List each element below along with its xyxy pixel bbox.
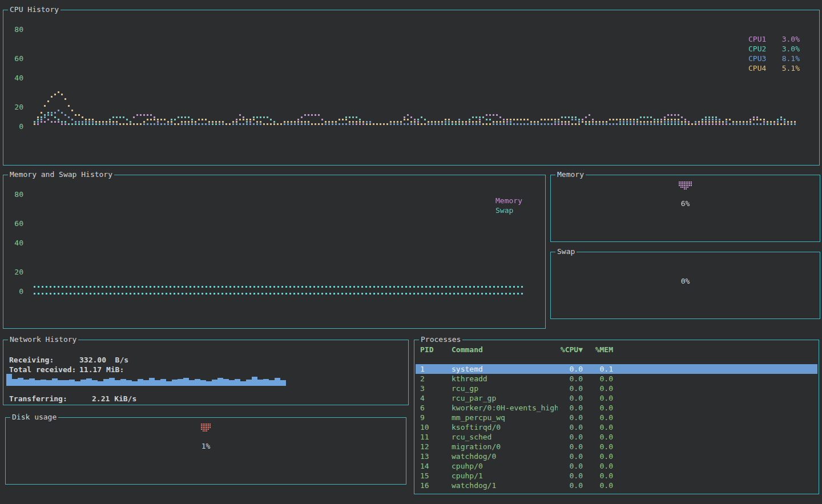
cpu2-legend-label: CPU2 <box>748 44 766 54</box>
process-pid: 2 <box>420 374 452 384</box>
process-mem-percent: 0.0 <box>583 393 613 403</box>
cpu-column-header[interactable]: %CPU▼ <box>558 345 583 354</box>
process-cpu-percent: 0.0 <box>558 384 583 393</box>
process-cpu-percent: 0.0 <box>558 442 583 451</box>
process-row[interactable]: 11rcu_sched0.00.0 <box>416 432 817 442</box>
process-cpu-percent: 0.0 <box>558 461 583 471</box>
cpu4-legend-label: CPU4 <box>748 63 766 73</box>
command-column-header[interactable]: Command <box>452 345 558 354</box>
memswap-ytick-80: 80 <box>6 190 23 199</box>
disk-gauge-value: 1% <box>6 442 406 451</box>
process-mem-percent: 0.0 <box>583 374 613 384</box>
cpu-history-title: CPU History <box>8 5 61 14</box>
process-pid: 9 <box>420 413 452 422</box>
process-mem-percent: 0.0 <box>583 432 613 442</box>
process-cpu-percent: 0.0 <box>558 374 583 384</box>
swap-gauge-title: Swap <box>555 247 577 256</box>
process-mem-percent: 0.0 <box>583 451 613 461</box>
process-mem-percent: 0.0 <box>583 461 613 471</box>
process-row[interactable]: 12migration/00.00.0 <box>416 442 817 451</box>
memory-gauge-value: 6% <box>551 199 820 208</box>
receiving-value: 332.00 B/s <box>79 355 128 365</box>
process-pid: 13 <box>420 451 452 461</box>
cpu3-legend-value: 8.1% <box>782 54 800 63</box>
process-mem-percent: 0.0 <box>583 403 613 413</box>
process-row[interactable]: 10ksoftirqd/00.00.0 <box>416 422 817 432</box>
memory-swap-history-title: Memory and Swap History <box>8 170 114 179</box>
process-command: mm_percpu_wq <box>452 413 558 422</box>
cpu3-legend-label: CPU3 <box>748 54 766 63</box>
processes-panel: Processes PID Command %CPU▼ %MEM 1system… <box>414 340 819 494</box>
process-row[interactable]: 16watchdog/10.00.0 <box>416 481 817 490</box>
network-history-title: Network History <box>8 335 78 344</box>
process-cpu-percent: 0.0 <box>558 413 583 422</box>
process-pid: 1 <box>420 364 452 374</box>
cpu4-legend-value: 5.1% <box>782 63 800 73</box>
cpu-ytick-0: 0 <box>6 122 23 131</box>
memory-gauge-dots <box>679 182 692 190</box>
transferring-value: 2.21 KiB/s <box>92 394 136 404</box>
cpu-ytick-20: 20 <box>6 103 23 112</box>
cpu1-legend-value: 3.0% <box>782 34 800 44</box>
memswap-ytick-60: 60 <box>6 219 23 228</box>
memory-swap-legend: Memory Swap <box>495 196 522 215</box>
process-command: rcu_sched <box>452 432 558 442</box>
network-receiving-row: Receiving: 332.00 B/s <box>9 355 128 365</box>
process-command: migration/0 <box>452 442 558 451</box>
cpu-ytick-60: 60 <box>6 54 23 63</box>
process-pid: 15 <box>420 471 452 481</box>
process-cpu-percent: 0.0 <box>558 364 583 374</box>
receiving-label: Receiving: <box>9 355 79 365</box>
memswap-ytick-20: 20 <box>6 268 23 277</box>
memory-gauge-title: Memory <box>555 170 586 179</box>
process-mem-percent: 0.0 <box>583 384 613 393</box>
process-pid: 14 <box>420 461 452 471</box>
swap-gauge-value: 0% <box>551 277 820 286</box>
process-cpu-percent: 0.0 <box>558 451 583 461</box>
process-row[interactable]: 13watchdog/00.00.0 <box>416 451 817 461</box>
process-row[interactable]: 3rcu_gp0.00.0 <box>416 384 817 393</box>
process-command: rcu_gp <box>452 384 558 393</box>
cpu3-legend-row: CPU3 8.1% <box>748 54 800 63</box>
cpu-history-panel: CPU History 80 60 40 20 0 CPU1 3.0% CPU2… <box>3 10 820 166</box>
memory-swap-history-panel: Memory and Swap History 80 60 40 20 0 Me… <box>3 175 546 329</box>
cpu2-legend-row: CPU2 3.0% <box>748 44 800 54</box>
mem-column-header[interactable]: %MEM <box>583 345 613 354</box>
process-mem-percent: 0.0 <box>583 442 613 451</box>
process-row[interactable]: 2kthreadd0.00.0 <box>416 374 817 384</box>
swap-gauge-panel: Swap 0% <box>550 252 820 319</box>
memory-gauge-panel: Memory 6% <box>550 175 820 242</box>
process-row[interactable]: 6kworker/0:0H-events_high0.00.0 <box>416 403 817 413</box>
process-row[interactable]: 14cpuhp/00.00.0 <box>416 461 817 471</box>
process-row[interactable]: 15cpuhp/10.00.0 <box>416 471 817 481</box>
process-mem-percent: 0.0 <box>583 422 613 432</box>
memswap-ytick-40: 40 <box>6 239 23 248</box>
process-cpu-percent: 0.0 <box>558 393 583 403</box>
process-pid: 16 <box>420 481 452 490</box>
process-command: systemd <box>452 364 558 374</box>
process-cpu-percent: 0.0 <box>558 481 583 490</box>
network-transferring-row: Transferring: 2.21 KiB/s <box>9 394 136 404</box>
pid-column-header[interactable]: PID <box>420 345 452 354</box>
process-pid: 12 <box>420 442 452 451</box>
cpu1-legend-row: CPU1 3.0% <box>748 34 800 44</box>
process-row[interactable]: 4rcu_par_gp0.00.0 <box>416 393 817 403</box>
process-row[interactable]: 1systemd0.00.1 <box>416 364 817 374</box>
process-pid: 11 <box>420 432 452 442</box>
cpu-ytick-80: 80 <box>6 25 23 34</box>
network-received-sparkline <box>6 372 289 386</box>
process-command: watchdog/1 <box>452 481 558 490</box>
cpu4-legend-row: CPU4 5.1% <box>748 63 800 73</box>
process-row[interactable]: 9mm_percpu_wq0.00.0 <box>416 413 817 422</box>
transferring-label: Transferring: <box>9 394 92 404</box>
process-command: watchdog/0 <box>452 451 558 461</box>
disk-usage-panel: Disk usage 1% <box>5 417 406 485</box>
process-command: kworker/0:0H-events_high <box>452 403 558 413</box>
network-history-panel: Network History Receiving: 332.00 B/s To… <box>3 340 409 405</box>
processes-title: Processes <box>419 335 462 344</box>
process-mem-percent: 0.0 <box>583 413 613 422</box>
memory-legend-label: Memory <box>495 196 522 205</box>
process-pid: 4 <box>420 393 452 403</box>
process-command: rcu_par_gp <box>452 393 558 403</box>
memswap-ytick-0: 0 <box>6 287 23 296</box>
